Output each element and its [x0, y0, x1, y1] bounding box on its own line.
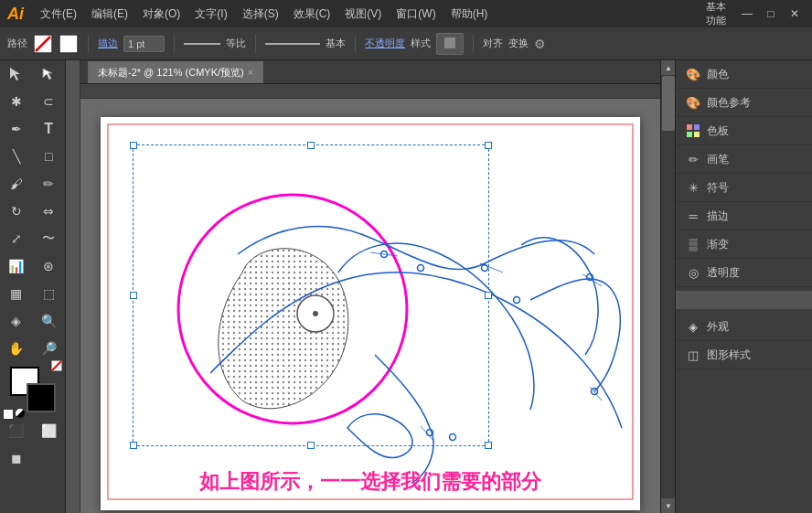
scroll-up-btn[interactable]: ▲ [661, 60, 676, 75]
left-toolbar: ✱ ⊂ ✒ T ╲ □ 🖌 ✏ ↻ ⇔ ⤢ 〜 📊 ⊛ ▦ ⬚ [0, 60, 66, 513]
scroll-down-btn[interactable]: ▼ [661, 498, 676, 513]
panel-gradient[interactable]: ▒ 渐变 [676, 230, 812, 259]
panel-transparency[interactable]: ◎ 透明度 [676, 259, 812, 287]
scrollbar-vertical: ▲ ▼ [660, 60, 675, 513]
base-label: 基本 [326, 37, 346, 50]
reset-colors-btn[interactable] [3, 409, 14, 420]
dash-style[interactable] [184, 43, 220, 45]
tab-bar: 未标题-2* @ 121% (CMYK/预览) × [80, 60, 660, 84]
stroke-panel-icon: ═ [685, 208, 701, 224]
extra-btn3[interactable]: ◼ [0, 444, 33, 472]
color-swatch[interactable] [10, 367, 56, 412]
symbol-tool[interactable]: ⊛ [33, 252, 66, 280]
opacity-label[interactable]: 不透明度 [365, 37, 405, 50]
minimize-button[interactable]: — [737, 4, 757, 24]
ai-logo: Ai [7, 5, 24, 24]
panel-swatches-label: 色板 [707, 123, 729, 139]
panel-stroke[interactable]: ═ 描边 [676, 202, 812, 230]
panel-graphic-styles-label: 图形样式 [707, 347, 751, 363]
menu-edit[interactable]: 编辑(E) [86, 5, 134, 24]
eyedropper-tool[interactable]: 🔍 [33, 307, 66, 335]
menu-file[interactable]: 文件(E) [35, 5, 82, 24]
menu-window[interactable]: 窗口(W) [390, 5, 441, 24]
swap-colors-btn[interactable] [16, 409, 25, 418]
color-ref-icon: 🎨 [685, 94, 701, 111]
tool-row-extra: ⬛ ⬜ [0, 417, 65, 444]
close-button[interactable]: ✕ [785, 4, 805, 24]
line-tool[interactable]: ╲ [0, 143, 33, 170]
magic-wand-tool[interactable]: ✱ [0, 88, 33, 115]
lasso-tool[interactable]: ⊂ [33, 88, 66, 115]
panel-appearance-label: 外观 [707, 319, 729, 335]
rotate-tool[interactable]: ↻ [0, 198, 33, 225]
selection-tool[interactable] [0, 60, 33, 88]
menu-text[interactable]: 文字(I) [189, 5, 232, 24]
paintbrush-tool[interactable]: 🖌 [0, 170, 33, 198]
warp-tool[interactable]: 〜 [33, 225, 66, 252]
document-tab[interactable]: 未标题-2* @ 121% (CMYK/预览) × [88, 61, 263, 83]
canvas-wrapper[interactable]: 如上图所示，一一选择我们需要的部分 [80, 99, 660, 513]
panel-swatches[interactable]: 色板 [676, 117, 812, 145]
transform-label: 变换 [508, 37, 529, 50]
mirror-tool[interactable]: ⇔ [33, 198, 66, 225]
panel-stroke-label: 描边 [707, 208, 729, 224]
scroll-thumb[interactable] [662, 76, 675, 131]
scroll-track[interactable] [661, 75, 675, 498]
none-indicator[interactable] [50, 359, 63, 372]
pen-tool[interactable]: ✒ [0, 115, 33, 143]
sep2 [174, 35, 175, 53]
panel-graphic-styles[interactable]: ◫ 图形样式 [676, 341, 812, 369]
panel-separator [676, 291, 812, 309]
panel-brush-label: 画笔 [707, 152, 729, 167]
scale-tool[interactable]: ⤢ [0, 225, 33, 252]
extra-btn1[interactable]: ⬛ [0, 417, 33, 444]
panel-color-reference[interactable]: 🎨 颜色参考 [676, 89, 812, 117]
zoom-tool[interactable]: 🔎 [33, 335, 66, 362]
type-tool[interactable]: T [33, 115, 66, 143]
artwork-svg [101, 117, 640, 510]
pencil-tool[interactable]: ✏ [33, 170, 66, 198]
maximize-button[interactable]: □ [761, 4, 781, 24]
tool-row-8: 📊 ⊛ [0, 252, 65, 280]
align-label: 对齐 [483, 37, 503, 50]
menu-select[interactable]: 选择(S) [237, 5, 284, 24]
menu-effect[interactable]: 效果(C) [288, 5, 337, 24]
stroke-color-indicator[interactable] [33, 34, 53, 54]
tab-close-btn[interactable]: × [248, 68, 253, 78]
menu-help[interactable]: 帮助(H) [445, 5, 494, 24]
extra-btn2[interactable]: ⬜ [33, 417, 66, 444]
panel-brush[interactable]: ✏ 画笔 [676, 145, 812, 174]
title-bar: Ai 文件(E) 编辑(E) 对象(O) 文字(I) 选择(S) 效果(C) 视… [0, 0, 812, 27]
graphic-styles-icon: ◫ [685, 347, 701, 363]
direct-selection-tool[interactable] [33, 60, 66, 88]
hand-tool[interactable]: ✋ [0, 335, 33, 362]
column-graph-tool[interactable]: ▦ [0, 280, 33, 307]
svg-point-17 [514, 297, 520, 304]
stroke-label[interactable]: 描边 [98, 37, 118, 50]
tool-row-2: ✱ ⊂ [0, 88, 65, 115]
horizontal-ruler [80, 84, 660, 99]
settings-icon[interactable]: ⚙ [534, 37, 546, 51]
workspace-selector[interactable]: 基本功能 [706, 4, 726, 24]
shape-tool[interactable]: □ [33, 143, 66, 170]
window-controls: 基本功能 — □ ✕ [706, 4, 805, 24]
panel-appearance[interactable]: ◈ 外观 [676, 313, 812, 341]
menu-view[interactable]: 视图(V) [339, 5, 387, 24]
background-color[interactable] [27, 383, 56, 412]
vertical-ruler [66, 60, 80, 513]
graph-tool[interactable]: 📊 [0, 252, 33, 280]
stroke-width-input[interactable] [123, 36, 165, 52]
fill-indicator[interactable] [59, 34, 79, 54]
dash-style2[interactable] [265, 43, 320, 45]
svg-rect-26 [687, 132, 692, 137]
panel-symbol[interactable]: ✳ 符号 [676, 174, 812, 202]
style-btn[interactable] [436, 33, 464, 55]
menu-object[interactable]: 对象(O) [137, 5, 186, 24]
panel-color-ref-label: 颜色参考 [707, 95, 751, 111]
transparency-icon: ◎ [685, 264, 701, 281]
panel-color[interactable]: 🎨 颜色 [676, 60, 812, 89]
tool-row-5: 🖌 ✏ [0, 170, 65, 198]
blend-tool[interactable]: ◈ [0, 307, 33, 335]
svg-rect-2 [59, 35, 78, 53]
artboard-tool[interactable]: ⬚ [33, 280, 66, 307]
